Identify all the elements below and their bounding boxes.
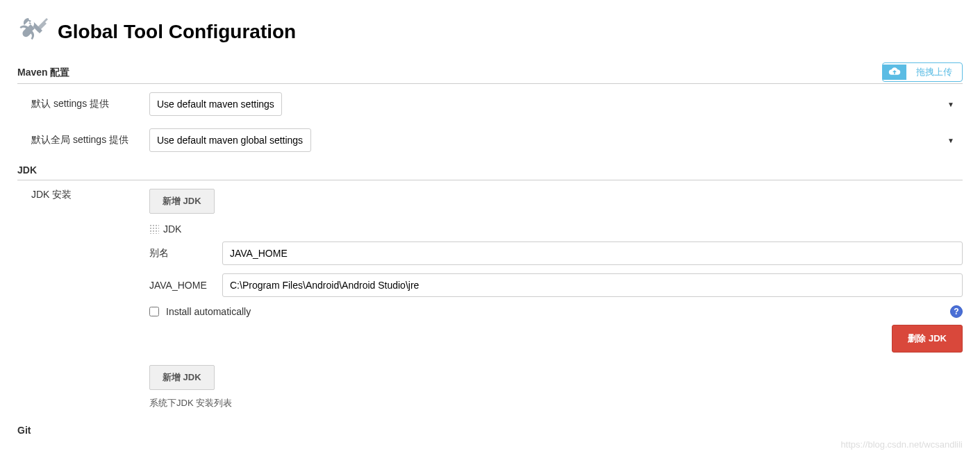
cloud-upload-icon	[883, 65, 906, 80]
maven-global-settings-label: 默认全局 settings 提供	[31, 134, 149, 146]
add-jdk-button-2[interactable]: 新增 JDK	[149, 365, 215, 390]
upload-badge-label: 拖拽上传	[906, 63, 962, 81]
maven-settings-row: 默认 settings 提供 Use default maven setting…	[31, 92, 963, 116]
delete-jdk-row: 删除 JDK	[149, 325, 963, 353]
drag-handle-icon[interactable]	[149, 224, 159, 234]
jdk-alias-label: 别名	[149, 247, 222, 260]
install-auto-checkbox[interactable]	[149, 307, 159, 316]
maven-section-header: Maven 配置	[17, 67, 963, 84]
help-icon[interactable]: ?	[950, 305, 963, 318]
jdk-home-row: JAVA_HOME	[149, 273, 963, 297]
jdk-block: JDK 别名 JAVA_HOME Install automatically ?…	[149, 223, 963, 353]
tools-icon	[17, 14, 51, 49]
jdk-block-header: JDK	[149, 223, 963, 235]
add-jdk-button[interactable]: 新增 JDK	[149, 189, 215, 214]
jdk-home-label: JAVA_HOME	[149, 280, 222, 291]
maven-settings-label: 默认 settings 提供	[31, 98, 149, 110]
install-auto-row: Install automatically ?	[149, 305, 963, 318]
maven-settings-select[interactable]: Use default maven settings	[149, 92, 282, 116]
watermark-text: https://blog.csdn.net/wcsandlili	[840, 439, 963, 450]
jdk-alias-row: 别名	[149, 241, 963, 265]
jdk-footer-text: 系统下JDK 安装列表	[149, 397, 963, 409]
page-header: Global Tool Configuration	[17, 14, 963, 49]
delete-jdk-button[interactable]: 删除 JDK	[892, 325, 963, 353]
jdk-section-header: JDK	[17, 164, 963, 180]
jdk-section: JDK 安装 新增 JDK JDK 别名 JAVA_HOME Install a…	[31, 189, 963, 409]
page-title: Global Tool Configuration	[58, 21, 296, 43]
jdk-footer: 新增 JDK 系统下JDK 安装列表	[149, 365, 963, 409]
git-section-header: Git	[17, 425, 963, 440]
upload-drag-badge[interactable]: 拖拽上传	[882, 62, 963, 82]
install-auto-label: Install automatically	[166, 306, 251, 317]
maven-global-settings-row: 默认全局 settings 提供 Use default maven globa…	[31, 128, 963, 152]
jdk-block-title: JDK	[163, 223, 181, 235]
jdk-alias-input[interactable]	[222, 241, 963, 265]
jdk-install-label: JDK 安装	[31, 189, 149, 409]
jdk-home-input[interactable]	[222, 273, 963, 297]
maven-global-settings-select[interactable]: Use default maven global settings	[149, 128, 311, 152]
